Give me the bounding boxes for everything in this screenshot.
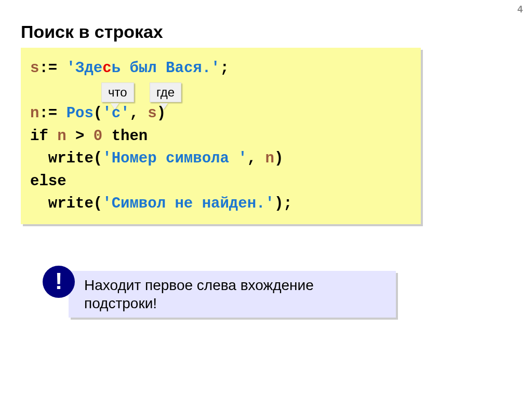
code-line-7: write('Символ не найден.');: [30, 193, 411, 215]
code-line-1: s:= 'Здесь был Вася.';: [30, 57, 411, 80]
code-line-4: if n > 0 then: [30, 125, 411, 148]
callout-what-tail: [111, 103, 119, 109]
page-number: 4: [517, 4, 523, 15]
callout-what: что: [101, 83, 134, 102]
code-line-3: n:= Pos('с', s): [30, 102, 411, 125]
code-line-5: write('Номер символа ', n): [30, 147, 411, 170]
note-box: Находит первое слева вхождение подстроки…: [69, 271, 396, 318]
note-line-1: Находит первое слева вхождение: [84, 276, 384, 294]
note-line-2: подстроки!: [84, 294, 384, 312]
callout-where: где: [150, 83, 181, 102]
exclamation-icon: !: [43, 266, 75, 298]
code-line-2: [30, 80, 411, 103]
page-title: Поиск в строках: [21, 22, 163, 42]
code-block: s:= 'Здесь был Вася.'; n:= Pos('с', s) i…: [21, 48, 421, 224]
callout-where-tail: [159, 103, 168, 109]
code-line-6: else: [30, 170, 411, 193]
